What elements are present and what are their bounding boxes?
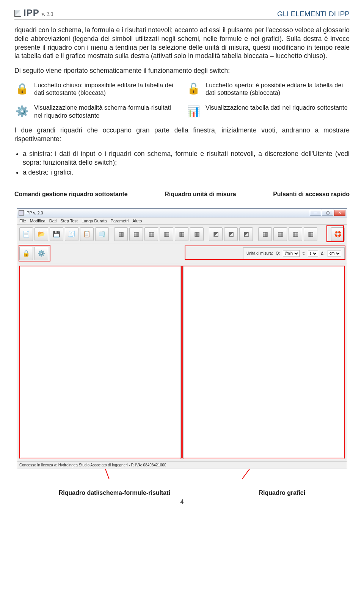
- tb-chart5-icon[interactable]: ▦: [175, 227, 188, 241]
- maximize-button[interactable]: ▢: [322, 210, 333, 216]
- menu-parametri[interactable]: Parametri: [111, 219, 129, 223]
- callout-units: Riquadro unità di misura: [165, 191, 236, 198]
- tb-grid1-icon[interactable]: ▦: [258, 227, 272, 241]
- switch-lock-closed: 🔒 Lucchetto chiuso: impossibile editare …: [14, 81, 178, 97]
- lock-open-icon: 🔓: [186, 81, 201, 96]
- tb-report-icon[interactable]: 🧾: [65, 227, 78, 241]
- view-toggle-button[interactable]: ⚙️: [35, 247, 48, 260]
- tb-3d2-icon[interactable]: ◩: [224, 227, 238, 241]
- workarea: [17, 263, 347, 461]
- bullet-right-pane: a destra: i grafici.: [23, 168, 350, 177]
- logo-version: v. 2.0: [42, 11, 53, 17]
- tb-grid4-icon[interactable]: ▦: [304, 227, 317, 241]
- tb-chart4-icon[interactable]: ▦: [160, 227, 173, 241]
- figure-wrap: IPP v. 2.0 — ▢ ✕ File Modifica Dati Step…: [14, 208, 350, 469]
- switch-legend: 🔒 Lucchetto chiuso: impossibile editare …: [14, 81, 350, 120]
- callouts-bottom: Riquadro dati/schema-formule-risultati R…: [14, 490, 350, 496]
- unit-d-label: Δ:: [321, 251, 325, 255]
- callout-quick: Pulsanti di accesso rapido: [273, 191, 350, 198]
- tb-3d3-icon[interactable]: ◩: [239, 227, 253, 241]
- header-section-title: GLI ELEMENTI DI IPP: [277, 10, 350, 18]
- tb-chart2-icon[interactable]: ▦: [129, 227, 143, 241]
- tb-chart6-icon[interactable]: ▦: [190, 227, 204, 241]
- lock-toggle-button[interactable]: 🔒: [19, 247, 33, 260]
- menu-file[interactable]: File: [19, 219, 26, 223]
- tb-save-icon[interactable]: 💾: [50, 227, 63, 241]
- tb-grid3-icon[interactable]: ▦: [289, 227, 302, 241]
- unit-t-select[interactable]: s: [308, 250, 318, 257]
- window-controls: — ▢ ✕: [310, 210, 345, 216]
- switch-lock-open: 🔓 Lucchetto aperto: è possibile editare …: [186, 81, 350, 97]
- subtoolbar: 🔒 ⚙️ Unità di misura: Q: l/min t: s Δ: c…: [17, 244, 347, 263]
- status-text: Concesso in licenza a: Hydroingea Studio…: [19, 463, 166, 467]
- callout-right-pane: Riquadro grafici: [259, 490, 306, 496]
- app-window: IPP v. 2.0 — ▢ ✕ File Modifica Dati Step…: [17, 208, 347, 469]
- logo: IPP v. 2.0: [14, 8, 53, 18]
- switch-gear: ⚙️ Visualizzazione modalità schema-formu…: [14, 104, 178, 119]
- panes-bullets: a sinistra: i dati di input o i riquadri…: [23, 150, 350, 177]
- menubar: File Modifica Dati Step Test Lunga Durat…: [17, 217, 347, 225]
- statusbar: Concesso in licenza a: Hydroingea Studio…: [17, 461, 347, 469]
- tb-open-icon[interactable]: 📂: [35, 227, 48, 241]
- switch-lock-open-text: Lucchetto aperto: è possibile editare la…: [206, 81, 350, 97]
- callouts-top: Comandi gestione riquadro sottostante Ri…: [14, 191, 350, 198]
- tb-new-icon[interactable]: 📄: [19, 227, 33, 241]
- unit-q-select[interactable]: l/min: [283, 250, 300, 257]
- unit-t-label: t:: [303, 251, 305, 255]
- units-label: Unità di misura:: [246, 251, 273, 255]
- tb-chart1-icon[interactable]: ▦: [114, 227, 128, 241]
- tb-grid2-icon[interactable]: ▦: [273, 227, 287, 241]
- page-header: IPP v. 2.0 GLI ELEMENTI DI IPP: [14, 8, 350, 20]
- left-pane: [19, 266, 181, 459]
- titlebar: IPP v. 2.0 — ▢ ✕: [17, 209, 347, 217]
- menu-aiuto[interactable]: Aiuto: [132, 219, 142, 223]
- page-number: 4: [14, 499, 350, 505]
- tb-3d1-icon[interactable]: ◩: [209, 227, 223, 241]
- window-title: IPP v. 2.0: [25, 211, 43, 215]
- callout-left-pane: Riquadro dati/schema-formule-risultati: [59, 490, 170, 496]
- toolbar: 📄 📂 💾 🧾 📋 🗒️ ▦ ▦ ▦ ▦ ▦ ▦ ◩ ◩ ◩ ▦ ▦ ▦ ▦ 🛟: [17, 225, 347, 244]
- unit-q-label: Q:: [276, 251, 280, 255]
- minimize-button[interactable]: —: [310, 210, 321, 216]
- tb-chart3-icon[interactable]: ▦: [144, 227, 158, 241]
- unit-d-select[interactable]: cm: [328, 250, 341, 257]
- gear-icon: ⚙️: [14, 104, 30, 119]
- switch-gear-text: Visualizzazione modalità schema-formula-…: [34, 104, 178, 119]
- switch-lock-closed-text: Lucchetto chiuso: impossibile editare la…: [34, 81, 178, 97]
- logo-icon: [14, 10, 21, 17]
- paragraph-switches-intro: Di seguito viene riportato schematicamen…: [14, 66, 350, 75]
- lock-closed-icon: 🔒: [14, 81, 30, 96]
- menu-dati[interactable]: Dati: [49, 219, 57, 223]
- paragraph-intro: riquadri con lo schema, la formula e i r…: [14, 26, 350, 60]
- switch-table-text: Visualizzazione tabella dati nel riquadr…: [206, 104, 348, 112]
- units-panel: Unità di misura: Q: l/min t: s Δ: cm: [243, 247, 345, 260]
- table-icon: 📊: [186, 104, 201, 119]
- tb-clipboard-icon[interactable]: 📋: [80, 227, 94, 241]
- menu-modifica[interactable]: Modifica: [30, 219, 46, 223]
- callout-commands: Comandi gestione riquadro sottostante: [14, 191, 128, 198]
- menu-steptest[interactable]: Step Test: [60, 219, 78, 223]
- menu-lungadurata[interactable]: Lunga Durata: [82, 219, 107, 223]
- switch-table: 📊 Visualizzazione tabella dati nel riqua…: [186, 104, 350, 119]
- tb-sheet-icon[interactable]: 🗒️: [95, 227, 109, 241]
- tb-help-icon[interactable]: 🛟: [331, 227, 345, 241]
- paragraph-panes-intro: I due grandi riquadri che occupano gran …: [14, 126, 350, 143]
- right-pane: [183, 266, 345, 459]
- app-icon: [19, 210, 24, 216]
- bullet-left-pane: a sinistra: i dati di input o i riquadri…: [23, 150, 350, 167]
- close-button[interactable]: ✕: [334, 210, 345, 216]
- logo-text: IPP: [24, 8, 39, 18]
